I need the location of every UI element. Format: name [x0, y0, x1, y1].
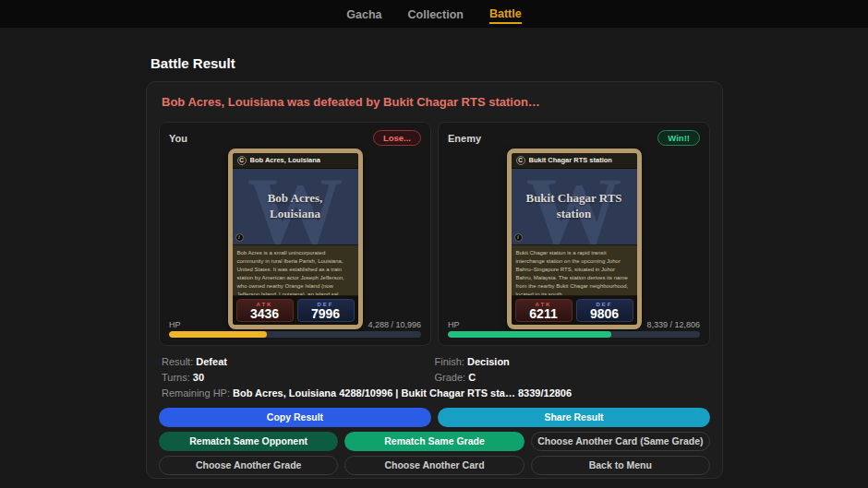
card-header: C Bob Acres, Louisiana	[233, 153, 358, 169]
remaining-hp-label: Remaining HP:	[162, 387, 230, 399]
info-icon[interactable]: i	[514, 233, 523, 242]
hp-row: HP 8,339 / 12,806	[448, 320, 700, 329]
finish-label: Finish:	[435, 356, 464, 367]
atk-stat: ATK 3436	[236, 299, 294, 322]
result-message: Bob Acres, Louisiana was defeated by Buk…	[162, 95, 710, 110]
card-description: Bob Acres is a small unincorporated comm…	[233, 244, 358, 296]
battle-result-panel: Bob Acres, Louisiana was defeated by Buk…	[146, 81, 723, 479]
card-you: C Bob Acres, Louisiana W Bob Acres, Loui…	[228, 149, 363, 329]
summary-finish: Finish: Decision	[435, 356, 708, 367]
page-title: Battle Result	[151, 55, 235, 71]
player-panel-enemy: Enemy Win!! C Bukit Chagar RTS station W…	[438, 122, 710, 346]
rematch-same-opponent-button[interactable]: Rematch Same Opponent	[159, 432, 338, 451]
turns-label: Turns:	[162, 372, 190, 383]
lose-badge: Lose...	[373, 130, 421, 146]
hp-bar	[169, 331, 421, 338]
hp-row: HP 4,288 / 10,996	[169, 320, 421, 329]
card-name: Bukit Chagar RTS station	[529, 156, 612, 164]
def-stat: DEF 9806	[576, 299, 633, 322]
copy-result-button[interactable]: Copy Result	[159, 408, 431, 427]
atk-stat: ATK 6211	[515, 299, 573, 322]
summary-turns: Turns: 30	[162, 372, 435, 383]
hp-value: 8,339 / 12,806	[646, 320, 700, 329]
card-title: Bukit Chagar RTS station	[512, 191, 637, 222]
button-row-1: Copy Result Share Result	[159, 408, 710, 427]
card-title: Bob Acres, Louisiana	[233, 191, 358, 222]
hp-label: HP	[169, 320, 181, 329]
card-description: Bukit Chagar station is a rapid transit …	[512, 244, 637, 296]
card-grade-badge: C	[237, 156, 247, 165]
summary-result: Result: Defeat	[162, 356, 435, 367]
turns-value: 30	[193, 372, 204, 383]
top-nav: Gacha Collection Battle	[0, 0, 868, 28]
grade-value: C	[468, 372, 476, 383]
share-result-button[interactable]: Share Result	[438, 408, 710, 427]
finish-value: Decision	[467, 356, 510, 367]
player-panel-you: You Lose... C Bob Acres, Louisiana W Bob…	[159, 122, 431, 346]
result-label: Result:	[162, 356, 193, 367]
win-badge: Win!!	[657, 130, 700, 146]
card-art: W Bob Acres, Louisiana i	[233, 169, 358, 244]
nav-item-battle[interactable]: Battle	[489, 4, 522, 25]
hp-label: HP	[448, 320, 460, 329]
summary-remaining-hp: Remaining HP: Bob Acres, Louisiana 4288/…	[162, 387, 707, 399]
result-value: Defeat	[196, 356, 227, 367]
choose-another-card-button[interactable]: Choose Another Card	[344, 456, 524, 475]
rematch-same-grade-button[interactable]: Rematch Same Grade	[344, 432, 524, 451]
hp-value: 4,288 / 10,996	[368, 320, 421, 329]
choose-another-grade-button[interactable]: Choose Another Grade	[159, 456, 338, 475]
side-label: Enemy	[448, 133, 481, 144]
button-row-3: Choose Another Grade Choose Another Card…	[159, 456, 710, 475]
back-to-menu-button[interactable]: Back to Menu	[531, 456, 710, 475]
hp-fill	[448, 331, 611, 338]
side-label: You	[169, 133, 187, 144]
remaining-hp-value: Bob Acres, Louisiana 4288/10996 | Bukit …	[233, 387, 572, 399]
grade-label: Grade:	[435, 372, 466, 383]
result-summary: Result: Defeat Finish: Decision Turns: 3…	[159, 356, 710, 399]
choose-another-card-same-grade-button[interactable]: Choose Another Card (Same Grade)	[531, 432, 710, 451]
player-panel-header: Enemy Win!!	[448, 131, 700, 146]
hp-bar	[448, 331, 700, 338]
card-name: Bob Acres, Louisiana	[250, 156, 320, 164]
player-panel-header: You Lose...	[169, 131, 421, 146]
button-row-2: Rematch Same Opponent Rematch Same Grade…	[159, 432, 710, 451]
card-grade-badge: C	[516, 156, 525, 165]
nav-item-gacha[interactable]: Gacha	[346, 5, 381, 24]
battle-row: You Lose... C Bob Acres, Louisiana W Bob…	[159, 122, 710, 346]
summary-grade: Grade: C	[435, 372, 708, 383]
info-icon[interactable]: i	[235, 233, 244, 242]
card-header: C Bukit Chagar RTS station	[512, 153, 637, 169]
def-stat: DEF 7996	[297, 299, 355, 322]
card-enemy: C Bukit Chagar RTS station W Bukit Chaga…	[507, 149, 642, 329]
card-art: W Bukit Chagar RTS station i	[512, 169, 637, 244]
hp-fill	[169, 331, 267, 338]
nav-item-collection[interactable]: Collection	[408, 5, 464, 24]
